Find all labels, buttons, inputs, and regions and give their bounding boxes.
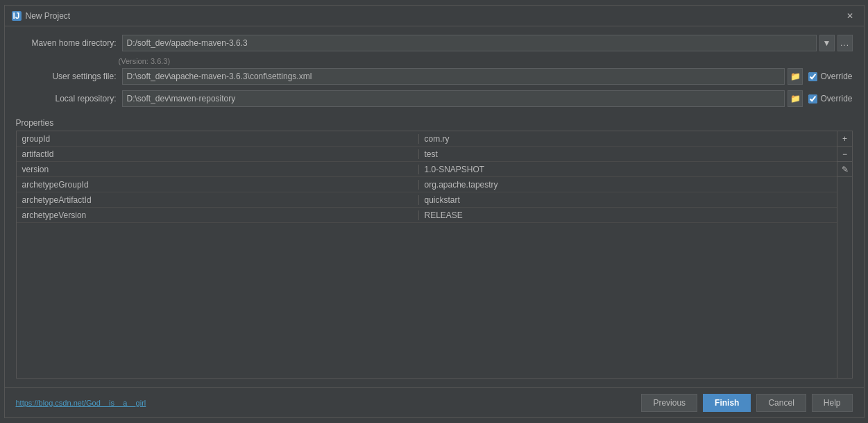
dropdown-arrow-icon: ▼ (823, 38, 831, 48)
table-row[interactable]: archetypeVersionRELEASE (17, 208, 837, 223)
more-icon: ... (840, 38, 849, 48)
table-cell-value: test (419, 149, 837, 159)
user-settings-input-container: 📁 (122, 68, 803, 85)
table-side-buttons: + − ✎ (837, 131, 852, 378)
properties-table: groupIdcom.ryartifactIdtestversion1.0-SN… (17, 131, 837, 378)
finish-button[interactable]: Finish (703, 394, 751, 412)
table-cell-value: com.ry (419, 134, 837, 144)
edit-icon: ✎ (842, 165, 849, 174)
table-row[interactable]: archetypeArtifactIdquickstart (17, 192, 837, 208)
maven-home-row: Maven home directory: ▼ ... (16, 35, 853, 51)
new-project-dialog: IJ New Project ✕ Maven home directory: ▼… (4, 5, 865, 418)
edit-property-button[interactable]: ✎ (837, 162, 853, 177)
dialog-footer: https://blog.csdn.net/God__is__a__girl P… (5, 387, 864, 417)
local-repo-input-container: 📁 (122, 90, 803, 107)
user-settings-label: User settings file: (16, 72, 117, 81)
maven-version-label: (Version: 3.6.3) (119, 57, 853, 65)
user-settings-browse-button[interactable]: 📁 (788, 68, 803, 85)
table-cell-value: org.apache.tapestry (419, 180, 837, 190)
user-settings-override-checkbox[interactable] (808, 72, 817, 81)
table-cell-value: 1.0-SNAPSHOT (419, 165, 837, 174)
cancel-button[interactable]: Cancel (756, 394, 806, 412)
help-button[interactable]: Help (812, 394, 853, 412)
dialog-content: Maven home directory: ▼ ... (Version: 3.… (5, 26, 864, 387)
table-row[interactable]: archetypeGroupIdorg.apache.tapestry (17, 177, 837, 192)
local-repo-label: Local repository: (16, 94, 117, 103)
table-cell-key: archetypeArtifactId (17, 195, 419, 205)
user-settings-override-label: Override (820, 72, 852, 81)
local-repo-input[interactable] (122, 90, 785, 107)
maven-home-label: Maven home directory: (16, 38, 117, 48)
properties-title: Properties (16, 118, 853, 128)
table-cell-value: quickstart (419, 195, 837, 205)
table-cell-key: artifactId (17, 149, 419, 159)
local-repo-row: Local repository: 📁 Override (16, 90, 853, 107)
folder-icon-2: 📁 (790, 94, 801, 103)
table-cell-value: RELEASE (419, 210, 837, 220)
table-cell-key: archetypeGroupId (17, 180, 419, 190)
local-repo-browse-button[interactable]: 📁 (788, 90, 803, 107)
local-repo-override-checkbox[interactable] (808, 94, 817, 103)
table-cell-key: archetypeVersion (17, 210, 419, 220)
table-row[interactable]: version1.0-SNAPSHOT (17, 162, 837, 177)
table-cell-key: groupId (17, 134, 419, 144)
add-property-button[interactable]: + (837, 131, 853, 147)
footer-link[interactable]: https://blog.csdn.net/God__is__a__girl (16, 399, 146, 407)
maven-home-input-container: ▼ ... (122, 35, 853, 51)
minus-icon: − (842, 150, 847, 158)
close-button[interactable]: ✕ (843, 9, 857, 23)
user-settings-override-container: Override (808, 72, 852, 81)
table-row[interactable]: artifactIdtest (17, 147, 837, 162)
remove-property-button[interactable]: − (837, 147, 853, 162)
maven-home-input[interactable] (122, 35, 817, 51)
maven-home-more-button[interactable]: ... (837, 35, 853, 51)
maven-home-dropdown-button[interactable]: ▼ (819, 35, 835, 51)
table-row[interactable]: groupIdcom.ry (17, 131, 837, 147)
local-repo-override-label: Override (820, 94, 852, 103)
properties-table-container: groupIdcom.ryartifactIdtestversion1.0-SN… (16, 131, 853, 379)
table-cell-key: version (17, 165, 419, 174)
user-settings-input[interactable] (122, 68, 785, 85)
properties-section: Properties groupIdcom.ryartifactIdtestve… (16, 118, 853, 379)
app-icon: IJ (12, 11, 22, 21)
folder-icon: 📁 (790, 72, 801, 81)
close-icon: ✕ (846, 11, 853, 21)
title-bar-left: IJ New Project (12, 11, 71, 21)
dialog-title: New Project (26, 11, 71, 21)
title-bar: IJ New Project ✕ (5, 6, 864, 26)
user-settings-row: User settings file: 📁 Override (16, 68, 853, 85)
local-repo-override-container: Override (808, 94, 852, 103)
previous-button[interactable]: Previous (641, 394, 697, 412)
plus-icon: + (842, 135, 847, 143)
